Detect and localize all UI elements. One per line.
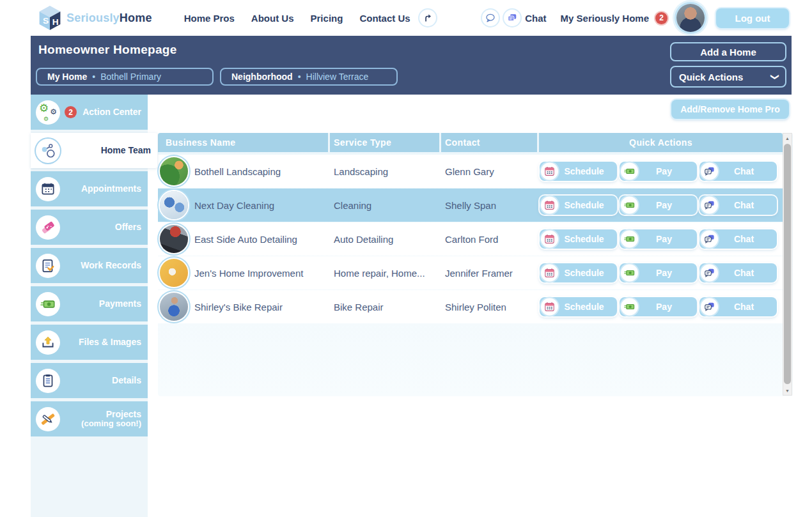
business-name: Bothell Landscaping	[194, 166, 281, 177]
service-type: Home repair, Home...	[330, 268, 441, 279]
chat-bubbles-icon	[701, 265, 718, 282]
quick-actions-select[interactable]: Quick Actions ❯	[670, 66, 786, 88]
sidebar-item-label: Files & Images	[79, 337, 141, 347]
action-button-label: Pay	[656, 268, 672, 278]
notification-badge[interactable]: 2	[655, 12, 668, 24]
business-avatar	[160, 293, 188, 321]
schedule-button[interactable]: Schedule	[540, 263, 617, 282]
chat-link[interactable]: Chat	[525, 13, 546, 24]
business-cell: Next Day Cleaning	[158, 191, 330, 219]
sidebar-item-badge: 2	[65, 106, 77, 118]
page: S H SeriouslyHome Home ProsAbout UsPrici…	[0, 0, 812, 517]
sidebar-item-action-center[interactable]: ⚙⚙⚙2Action Center	[31, 95, 148, 130]
sidebar-item-projects[interactable]: Projects(coming soon!)	[31, 401, 148, 436]
service-type: Landscaping	[330, 166, 441, 177]
chat-button[interactable]: Chat	[699, 297, 777, 316]
share-arrow-icon[interactable]	[419, 10, 436, 26]
action-button-label: Chat	[734, 268, 754, 278]
sidebar-item-payments[interactable]: Payments	[31, 286, 148, 321]
chat-button[interactable]: Chat	[699, 263, 777, 282]
pay-button[interactable]: Pay	[620, 263, 697, 282]
pay-button[interactable]: Pay	[620, 162, 697, 181]
nav-link-about-us[interactable]: About Us	[251, 13, 294, 24]
chip-label: My Home	[47, 72, 87, 82]
tags-icon	[36, 215, 60, 240]
sidebar-item-home-team[interactable]: Home Team	[31, 133, 157, 168]
scroll-up-arrow[interactable]: ▲	[783, 134, 792, 143]
schedule-button[interactable]: Schedule	[540, 297, 617, 316]
chat-button[interactable]: Chat	[699, 162, 777, 181]
table-row[interactable]: East Side Auto DetailingAuto DetailingCa…	[158, 222, 783, 256]
chip-value: Hillview Terrace	[306, 72, 369, 82]
column-header-service-type: Service Type	[330, 133, 439, 152]
sidebar-item-label: Work Records	[81, 261, 141, 270]
logo[interactable]: S H SeriouslyHome	[37, 4, 152, 32]
sidebar-item-label: Appointments	[81, 184, 141, 194]
logout-button[interactable]: Log out	[716, 8, 789, 28]
sidebar-item-label: Projects(coming soon!)	[81, 410, 141, 428]
action-button-label: Chat	[734, 302, 754, 312]
sidebar-item-work-records[interactable]: Work Records	[31, 248, 148, 283]
pay-button[interactable]: Pay	[620, 196, 697, 215]
action-button-label: Pay	[656, 200, 672, 210]
schedule-button[interactable]: Schedule	[540, 162, 617, 181]
table-row[interactable]: Bothell LandscapingLandscapingGlenn Gary…	[158, 155, 783, 188]
action-button-label: Chat	[734, 166, 754, 176]
neighborhood-chip[interactable]: Neighborhood • Hillview Terrace	[220, 68, 398, 86]
action-button-label: Schedule	[564, 200, 604, 210]
add-home-button[interactable]: Add a Home	[670, 42, 786, 61]
quick-actions-cell: SchedulePayChat	[539, 196, 783, 215]
table-row[interactable]: Shirley's Bike RepairBike RepairShirley …	[158, 290, 783, 323]
gears-icon: ⚙⚙⚙	[36, 100, 60, 125]
column-header-quick-actions: Quick Actions	[539, 133, 783, 152]
speech-bubble-icon[interactable]	[482, 10, 499, 26]
home-team-panel: Business NameService TypeContactQuick Ac…	[158, 133, 793, 396]
business-cell: Shirley's Bike Repair	[158, 293, 330, 321]
brand-suffix: Home	[120, 12, 152, 24]
table-row[interactable]: Jen's Home ImprovementHome repair, Home.…	[158, 256, 783, 289]
user-avatar[interactable]	[676, 4, 705, 32]
schedule-calendar-icon	[541, 231, 558, 248]
sidebar-item-label: Action Center	[82, 107, 141, 117]
quick-actions-cell: SchedulePayChat	[539, 263, 783, 282]
quick-actions-cell: SchedulePayChat	[539, 162, 783, 181]
business-avatar	[160, 259, 188, 287]
svg-text:H: H	[52, 17, 59, 27]
sidebar-item-offers[interactable]: Offers	[31, 210, 148, 245]
chat-pages-icon[interactable]	[504, 10, 520, 26]
nav-link-contact-us[interactable]: Contact Us	[359, 13, 410, 24]
schedule-button[interactable]: Schedule	[540, 196, 617, 215]
scrollbar-thumb[interactable]	[784, 144, 791, 384]
work-records-icon	[36, 254, 60, 278]
svg-text:S: S	[43, 16, 49, 26]
chat-button[interactable]: Chat	[699, 196, 777, 215]
chat-bubbles-icon	[701, 163, 718, 180]
pay-button[interactable]: Pay	[620, 297, 697, 316]
sidebar-item-label: Details	[112, 376, 141, 385]
sidebar-item-files-images[interactable]: Files & Images	[31, 325, 148, 360]
column-header-contact: Contact	[441, 133, 537, 152]
nav-link-home-pros[interactable]: Home Pros	[184, 13, 235, 24]
chat-button[interactable]: Chat	[699, 229, 777, 249]
my-seriously-home-link[interactable]: My Seriously Home	[561, 13, 649, 24]
contact-name: Glenn Gary	[441, 166, 539, 177]
chat-bubbles-icon	[701, 197, 718, 214]
vertical-scrollbar[interactable]: ▲ ▼	[783, 133, 792, 396]
my-home-chip[interactable]: My Home • Bothell Primary	[36, 68, 214, 86]
sidebar-item-details[interactable]: Details	[31, 363, 148, 398]
action-button-label: Schedule	[564, 302, 604, 312]
nav-link-pricing[interactable]: Pricing	[311, 13, 343, 24]
scroll-down-arrow[interactable]: ▼	[783, 386, 792, 395]
quick-actions-cell: SchedulePayChat	[539, 229, 783, 249]
sidebar-item-appointments[interactable]: Appointments	[31, 171, 148, 206]
sidebar: ⚙⚙⚙2Action CenterHome TeamAppointmentsOf…	[31, 95, 148, 517]
schedule-calendar-icon	[541, 298, 558, 316]
schedule-button[interactable]: Schedule	[540, 229, 617, 249]
pay-button[interactable]: Pay	[620, 229, 697, 249]
add-remove-home-pro-button[interactable]: Add/Remove Home Pro	[671, 100, 789, 119]
business-cell: Jen's Home Improvement	[158, 259, 330, 287]
table-row[interactable]: Next Day CleaningCleaningShelly SpanSche…	[158, 189, 783, 222]
chip-separator: •	[92, 72, 95, 82]
page-header-band: Homeowner Homepage Add a Home My Home • …	[31, 36, 792, 95]
business-name: Next Day Cleaning	[194, 200, 274, 211]
